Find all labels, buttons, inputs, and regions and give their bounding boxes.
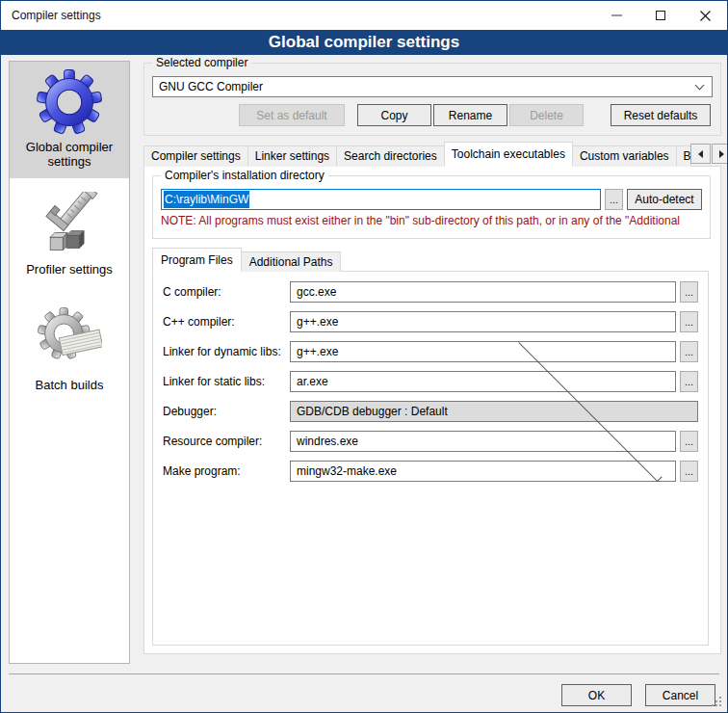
table-row: C++ compiler: g++.exe ...: [163, 311, 698, 332]
toolchain-executables-panel: Compiler's installation directory C:\ray…: [143, 166, 721, 654]
debugger-select[interactable]: GDB/CDB debugger : Default: [290, 401, 698, 422]
field-value: ar.exe: [297, 375, 328, 388]
field-value: GDB/CDB debugger : Default: [297, 405, 492, 418]
selected-compiler-combobox[interactable]: GNU GCC Compiler: [152, 76, 713, 97]
set-as-default-button: Set as default: [239, 104, 345, 126]
field-label: Linker for dynamic libs:: [163, 345, 290, 358]
tab-build-options[interactable]: Build options: [676, 145, 691, 167]
field-label: Resource compiler:: [163, 435, 290, 448]
tab-scroll-arrows: [690, 144, 728, 164]
browse-cpp-compiler-button[interactable]: ...: [680, 311, 698, 332]
compiler-settings-window: Compiler settings Global compiler settin…: [0, 0, 728, 713]
rename-button[interactable]: Rename: [433, 104, 507, 126]
sidebar-item-label: Global compiler settings: [12, 140, 127, 169]
tab-program-files[interactable]: Program Files: [152, 248, 242, 272]
field-label: C++ compiler:: [163, 315, 290, 329]
browse-dynamic-linker-button[interactable]: ...: [680, 341, 698, 362]
group-label: Selected compiler: [152, 56, 251, 69]
field-value: mingw32-make.exe: [297, 464, 397, 478]
chevron-down-icon: [695, 80, 705, 90]
table-row: Make program: mingw32-make.exe ...: [163, 461, 698, 482]
field-label: Make program:: [163, 464, 290, 478]
sidebar-item-global-compiler-settings[interactable]: Global compiler settings: [10, 62, 129, 178]
maximize-icon: [656, 11, 665, 20]
tab-search-directories[interactable]: Search directories: [336, 145, 445, 167]
browse-c-compiler-button[interactable]: ...: [680, 281, 698, 303]
browse-directory-button[interactable]: ...: [605, 189, 623, 210]
dialog-footer: OK Cancel: [9, 673, 719, 713]
titlebar: Compiler settings: [1, 1, 727, 30]
tab-linker-settings[interactable]: Linker settings: [247, 145, 337, 167]
field-label: C compiler:: [163, 285, 290, 299]
settings-sidebar: Global compiler settings: [9, 61, 130, 664]
c-compiler-input[interactable]: gcc.exe: [290, 281, 676, 303]
triangle-left-icon: [698, 150, 703, 158]
maximize-button[interactable]: [638, 1, 683, 30]
field-value: g++.exe: [297, 315, 338, 329]
selected-path-text: C:\raylib\MinGW: [164, 191, 249, 208]
table-row: Debugger: GDB/CDB debugger : Default: [163, 401, 698, 422]
reset-defaults-button[interactable]: Reset defaults: [611, 104, 711, 126]
caliper-icon: [37, 192, 102, 257]
browse-resource-compiler-button[interactable]: ...: [680, 431, 698, 452]
tab-additional-paths[interactable]: Additional Paths: [241, 251, 342, 272]
blue-gear-icon: [37, 69, 102, 135]
field-label: Debugger:: [163, 405, 290, 418]
compiler-button-row: Set as default Copy Rename Delete Reset …: [144, 104, 720, 126]
tab-scroll-left-button[interactable]: [690, 144, 711, 164]
tab-compiler-settings[interactable]: Compiler settings: [143, 145, 248, 167]
ok-button[interactable]: OK: [561, 684, 632, 706]
caption-buttons: [594, 1, 727, 30]
delete-button: Delete: [509, 104, 584, 126]
sidebar-item-profiler-settings[interactable]: Profiler settings: [10, 184, 129, 286]
field-value: g++.exe: [297, 345, 338, 358]
field-value: windres.exe: [297, 435, 358, 448]
program-files-tabstrip: Program Files Additional Paths: [152, 248, 340, 272]
close-button[interactable]: [683, 1, 727, 30]
dynamic-linker-input[interactable]: g++.exe: [290, 341, 676, 362]
browse-static-linker-button[interactable]: ...: [680, 371, 698, 392]
sidebar-item-batch-builds[interactable]: Batch builds: [10, 300, 129, 402]
window-title: Compiler settings: [12, 9, 101, 22]
selected-compiler-group: Selected compiler GNU GCC Compiler Set a…: [143, 63, 721, 136]
auto-detect-button[interactable]: Auto-detect: [627, 189, 702, 210]
cpp-compiler-input[interactable]: g++.exe: [290, 311, 676, 332]
table-row: Linker for static libs: ar.exe ...: [163, 371, 698, 392]
group-label: Compiler's installation directory: [161, 169, 328, 182]
program-files-panel: C compiler: gcc.exe ... C++ compiler: g+…: [152, 271, 709, 646]
resize-grip[interactable]: [719, 704, 721, 706]
field-value: gcc.exe: [297, 285, 336, 299]
settings-tabstrip: Compiler settings Linker settings Search…: [143, 142, 721, 167]
gear-stack-icon: [37, 307, 102, 373]
triangle-right-icon: [719, 150, 724, 158]
installation-directory-input[interactable]: C:\raylib\MinGW: [161, 189, 601, 210]
static-linker-input[interactable]: ar.exe: [290, 371, 676, 392]
minimize-icon: [611, 14, 622, 16]
browse-make-program-button[interactable]: ...: [680, 461, 698, 482]
minimize-button[interactable]: [594, 1, 638, 30]
table-row: C compiler: gcc.exe ...: [163, 281, 698, 303]
close-icon: [700, 11, 711, 21]
copy-button[interactable]: Copy: [357, 104, 431, 126]
installation-directory-group: Compiler's installation directory C:\ray…: [152, 175, 711, 239]
sidebar-item-label: Batch builds: [36, 378, 104, 392]
sidebar-item-label: Profiler settings: [26, 262, 113, 277]
cancel-button[interactable]: Cancel: [645, 684, 715, 706]
make-program-input[interactable]: mingw32-make.exe: [290, 461, 676, 482]
page-title: Global compiler settings: [1, 30, 727, 55]
table-row: Linker for dynamic libs: g++.exe ...: [163, 341, 698, 362]
tab-scroll-right-button[interactable]: [712, 144, 728, 164]
installation-note: NOTE: All programs must exist either in …: [161, 214, 702, 227]
tab-toolchain-executables[interactable]: Toolchain executables: [444, 142, 573, 167]
field-label: Linker for static libs:: [163, 375, 290, 388]
tab-custom-variables[interactable]: Custom variables: [572, 145, 677, 167]
installation-path-row: C:\raylib\MinGW ... Auto-detect: [161, 189, 702, 210]
selected-compiler-value: GNU GCC Compiler: [153, 80, 696, 93]
